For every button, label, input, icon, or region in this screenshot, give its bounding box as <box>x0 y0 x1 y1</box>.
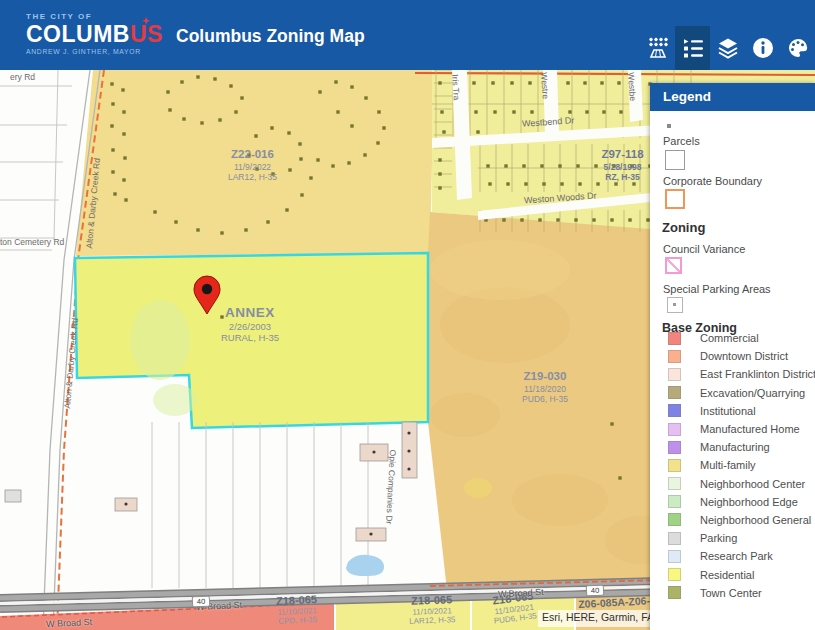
legend-row: Manufactured Home <box>663 420 815 438</box>
color-swatch <box>668 423 681 436</box>
street-label-iris: Iris Tra <box>450 74 462 101</box>
base-zoning-list: Commercial Downtown District East Frankl… <box>663 329 815 602</box>
palette-icon <box>786 36 810 60</box>
color-swatch <box>668 459 681 472</box>
legend-row: Multi-family <box>663 456 815 474</box>
color-swatch <box>668 513 681 526</box>
layers-button[interactable] <box>710 26 745 70</box>
legend-row: Neighborhood Center <box>663 475 815 493</box>
logo-star-icon: ✦ <box>142 17 150 26</box>
legend-row: Town Center <box>663 584 815 602</box>
legend-row: Residential <box>663 565 815 583</box>
color-swatch <box>668 532 681 545</box>
address-point-swatch <box>667 124 671 128</box>
app-header: THE CITY OF COLUMBUS✦ ANDREW J. GINTHER,… <box>0 0 815 70</box>
legend-row: Parking <box>663 529 815 547</box>
color-swatch <box>668 404 681 417</box>
legend-item-council-variance: Council Variance <box>663 243 745 255</box>
color-swatch <box>668 477 681 490</box>
legend-row: Research Park <box>663 547 815 565</box>
zone-label-z19-030[interactable]: Z19-030 11/18/2020 PUD6, H-35 <box>500 370 590 404</box>
zone-label-z18-065-lar12[interactable]: Z18-065 11/10/2021 LAR12, H-35 <box>387 592 476 627</box>
legend-row: Commercial <box>663 329 815 347</box>
legend-panel: Legend Addresses Parcels Corporate Bound… <box>650 83 815 630</box>
zone-label-z18-065-cpd[interactable]: Z18-065 11/10/2021 CPD, H-35 <box>251 592 343 629</box>
legend-item-corporate-boundary: Corporate Boundary <box>663 175 762 187</box>
color-swatch <box>668 368 681 381</box>
people-grid-button[interactable] <box>640 26 675 70</box>
legend-section-zoning: Zoning <box>662 220 705 235</box>
legend-row: Neighborhood Edge <box>663 493 815 511</box>
special-parking-swatch <box>667 297 683 313</box>
legend-row: Manufacturing <box>663 438 815 456</box>
route-40-shield: 40 <box>192 596 211 608</box>
color-swatch <box>668 586 681 599</box>
street-label-ery-rd: ery Rd <box>10 72 35 82</box>
legend-row: Institutional <box>663 402 815 420</box>
route-40-shield: 40 <box>586 585 605 597</box>
palette-button[interactable] <box>780 26 815 70</box>
terrain-shading <box>430 240 570 300</box>
header-toolbar <box>640 26 815 70</box>
legend-row: Neighborhood General <box>663 511 815 529</box>
legend-row: East Franklinton District <box>663 365 815 383</box>
legend-item-special-parking: Special Parking Areas <box>663 283 771 295</box>
color-swatch <box>668 332 681 345</box>
corporate-boundary-swatch <box>665 189 685 209</box>
street-label-westbe: Westbe <box>626 72 638 101</box>
city-of-columbus-logo[interactable]: THE CITY OF COLUMBUS✦ ANDREW J. GINTHER,… <box>26 13 163 56</box>
street-label-westre: Westre <box>539 72 551 99</box>
street-label-cemetery-rd: ton Cemetery Rd <box>0 237 64 247</box>
info-icon <box>751 36 775 60</box>
page-title: Columbus Zoning Map <box>176 26 365 47</box>
color-swatch <box>668 550 681 563</box>
legend-icon <box>681 36 705 60</box>
people-grid-icon <box>646 36 670 60</box>
parcels-swatch <box>665 150 685 170</box>
info-button[interactable] <box>745 26 780 70</box>
color-swatch <box>668 441 681 454</box>
color-swatch <box>668 568 681 581</box>
legend-button[interactable] <box>675 26 710 70</box>
layers-icon <box>716 36 740 60</box>
legend-panel-title: Legend <box>650 83 815 111</box>
color-swatch <box>668 350 681 363</box>
color-swatch <box>668 495 681 508</box>
map-attribution: Esri, HERE, Garmin, FAO <box>538 610 660 627</box>
legend-item-parcels: Parcels <box>663 135 700 147</box>
legend-row: Downtown District <box>663 347 815 365</box>
legend-row: Excavation/Quarrying <box>663 384 815 402</box>
zone-label-z22-016[interactable]: Z22-016 11/9/2022 LAR12, H-35 <box>205 148 300 182</box>
color-swatch <box>668 386 681 399</box>
terrain-shading <box>464 478 492 498</box>
council-variance-swatch <box>665 257 682 274</box>
zone-label-annex[interactable]: ANNEX 2/26/2003 RURAL, H-35 <box>195 305 305 343</box>
